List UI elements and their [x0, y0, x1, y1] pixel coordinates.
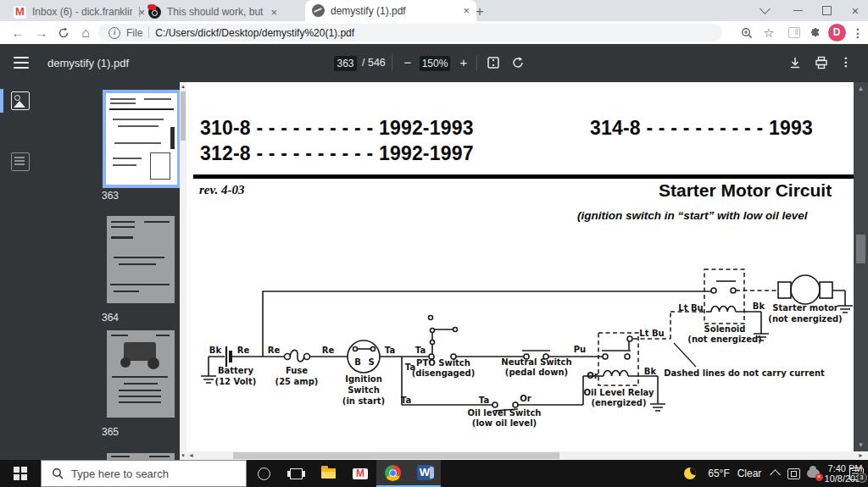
- tab-gmail[interactable]: M Inbox (6) - dick.franklin.nc@gma ×: [7, 3, 152, 21]
- side-panel-icon[interactable]: [784, 21, 804, 44]
- vertical-scroll-thumb[interactable]: [856, 235, 865, 263]
- circuit-label: Solenoid: [704, 324, 746, 334]
- minimize-button[interactable]: [785, 0, 810, 21]
- word-icon: W: [417, 465, 432, 480]
- new-tab-button[interactable]: +: [471, 3, 488, 20]
- circuit-label: Bk: [209, 346, 222, 355]
- thumbnail-page-364[interactable]: [107, 216, 175, 303]
- tab-search-chevron-icon[interactable]: [753, 0, 776, 21]
- circuit-label: Oil level Switch: [468, 408, 542, 418]
- pdf-menu-kebab-icon[interactable]: ⋮: [838, 55, 854, 70]
- zoom-level[interactable]: 150%: [420, 56, 450, 71]
- browser-window: M Inbox (6) - dick.franklin.nc@gma × Thi…: [0, 0, 868, 487]
- cloud-error-icon: [807, 469, 820, 478]
- vertical-scrollbar[interactable]: ▲ ▼: [854, 82, 868, 451]
- circuit-label: PTO Switch: [416, 358, 470, 368]
- bookmark-star-icon[interactable]: ☆: [759, 21, 779, 44]
- tab-title: Inbox (6) - dick.franklin.nc@gma: [32, 6, 132, 18]
- circuit-label: Bk: [644, 367, 657, 376]
- tab-close-icon[interactable]: ×: [463, 4, 470, 17]
- circuit-label: Ta: [385, 346, 395, 355]
- horizontal-scrollbar[interactable]: ◄: [186, 451, 854, 460]
- thumbnails-view-icon[interactable]: [11, 91, 30, 110]
- home-icon[interactable]: ⌂: [75, 21, 97, 44]
- toolbar-divider: [392, 55, 392, 71]
- sidebar-scroll-thumb[interactable]: [181, 91, 186, 141]
- browser-menu-kebab-icon[interactable]: ⋮: [849, 21, 867, 44]
- cortana-button[interactable]: [248, 460, 280, 487]
- pdf-menu-icon[interactable]: [14, 57, 29, 69]
- scroll-left-icon[interactable]: ◄: [188, 452, 194, 458]
- profile-avatar[interactable]: D: [826, 21, 848, 44]
- tab-pdf-active[interactable]: demystify (1).pdf ×: [305, 0, 476, 21]
- thumbnail-page-365[interactable]: [107, 330, 175, 418]
- scroll-down-icon[interactable]: ▼: [854, 441, 868, 449]
- scroll-up-icon[interactable]: ▲: [854, 85, 868, 92]
- circuit-label: Battery: [218, 366, 254, 375]
- forward-icon[interactable]: →: [31, 21, 53, 44]
- maximize-button[interactable]: [814, 0, 839, 21]
- url-text: C:/Users/dickf/Desktop/demystify%20(1).p…: [155, 27, 354, 39]
- tray-tablet-button[interactable]: [784, 460, 803, 487]
- extensions-puzzle-icon[interactable]: [805, 21, 826, 44]
- thumbnail-page-366-partial[interactable]: [107, 453, 175, 460]
- task-view-button[interactable]: [280, 460, 312, 487]
- scroll-up-icon[interactable]: ▲: [180, 84, 186, 89]
- taskbar: Type here to search M W 65°F Clear 7:40 …: [0, 460, 868, 487]
- notification-icon: 3: [849, 468, 864, 480]
- rotate-icon[interactable]: [509, 54, 526, 71]
- tab-title: This should work, but a question: [167, 6, 264, 18]
- chevron-up-icon: [770, 469, 781, 480]
- circuit-label: Re: [237, 346, 250, 355]
- thumbnail-page-363[interactable]: [103, 90, 180, 188]
- address-bar[interactable]: i File C:/Users/dickf/Desktop/demystify%…: [98, 24, 722, 42]
- gmail-app-button[interactable]: M: [344, 460, 376, 487]
- circuit-label: Ta: [479, 396, 489, 405]
- pdf-toolbar: demystify (1).pdf 363 / 546 − 150% + ⋮: [0, 44, 868, 82]
- print-icon[interactable]: [813, 54, 830, 71]
- tab-forum[interactable]: This should work, but a question ×: [142, 3, 284, 21]
- thumbnail-panel: 363 364 365: [41, 82, 180, 460]
- circuit-label: (low oil level): [472, 418, 537, 428]
- tray-expand-button[interactable]: [765, 460, 784, 487]
- page-number-input[interactable]: 363: [334, 56, 357, 71]
- file-explorer-button[interactable]: [312, 460, 344, 487]
- circuit-label: (not energized): [768, 314, 842, 324]
- zoom-in-button[interactable]: +: [456, 55, 471, 70]
- circuit-label: Ta: [415, 346, 426, 355]
- tab-close-icon[interactable]: ×: [270, 6, 277, 19]
- weather-button[interactable]: [678, 460, 702, 487]
- back-icon[interactable]: ←: [7, 21, 29, 44]
- windows-logo-icon: [14, 467, 27, 480]
- url-divider: [148, 27, 149, 38]
- url-scheme: File: [126, 27, 142, 39]
- tray-sync-error-button[interactable]: [803, 460, 823, 487]
- word-app-button[interactable]: W: [409, 460, 441, 487]
- outline-view-icon[interactable]: [11, 152, 30, 171]
- zoom-out-button[interactable]: −: [400, 55, 415, 70]
- tab-separator: [139, 7, 140, 17]
- sidebar-scrollbar[interactable]: ▲ ▼: [180, 82, 186, 460]
- notification-center-button[interactable]: 3: [844, 460, 868, 487]
- tablet-mode-icon: [787, 468, 800, 479]
- search-icon: [52, 468, 64, 479]
- zoom-indicator-icon[interactable]: [737, 21, 757, 44]
- taskbar-search-input[interactable]: Type here to search: [41, 460, 247, 487]
- circuit-label: Or: [587, 371, 598, 380]
- weather-temp[interactable]: 65°F: [704, 460, 734, 487]
- start-button[interactable]: [0, 460, 41, 487]
- task-view-icon: [290, 468, 303, 479]
- page-info-icon[interactable]: i: [108, 27, 120, 39]
- horizontal-scroll-thumb[interactable]: [233, 452, 559, 459]
- thumbnail-label: 365: [41, 426, 180, 438]
- download-icon[interactable]: [787, 54, 804, 71]
- scroll-down-icon[interactable]: ▼: [180, 453, 186, 458]
- circuit-label: Lt Bu: [678, 303, 703, 313]
- chrome-app-button[interactable]: [376, 460, 409, 487]
- reload-icon[interactable]: [53, 21, 75, 44]
- close-window-button[interactable]: ×: [843, 0, 868, 21]
- selected-view-indicator: [0, 89, 3, 113]
- weather-condition[interactable]: Clear: [734, 460, 765, 487]
- scroll-right-icon[interactable]: ►: [854, 451, 868, 460]
- fit-page-icon[interactable]: [485, 54, 502, 71]
